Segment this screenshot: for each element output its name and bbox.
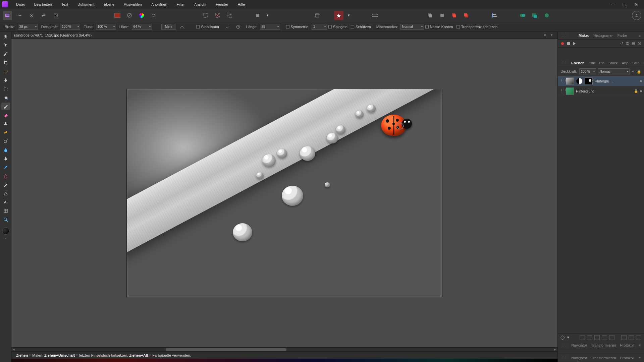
quickmask-dropdown-icon[interactable]: ▾ [265,11,270,20]
erase-tool[interactable] [1,111,10,119]
tab-ebenen[interactable]: Ebenen [571,61,585,65]
wetedges-checkbox[interactable]: Nasse Kanten [425,25,453,29]
sponge-tool[interactable] [1,172,10,180]
protect-checkbox[interactable]: Schützen [351,25,371,29]
length-input[interactable]: 35 [260,24,280,30]
align-icon[interactable] [490,11,499,20]
macro-reset-icon[interactable]: ↺ [620,41,623,46]
menu-ansicht[interactable]: Ansicht [190,0,211,8]
tab-makro[interactable]: Makro [579,34,589,38]
tab-navigator-2[interactable]: Navigator [571,356,587,360]
panel-grip-icon[interactable]: ⋮⋮ [561,356,567,360]
autocorrect-dropdown-icon[interactable]: ▾ [346,11,352,20]
panel-grip-icon[interactable]: ⋮⋮ [561,61,567,65]
stabilizer-checkbox[interactable]: Stabilisator [196,25,219,29]
tab-anp[interactable]: Anp [622,61,629,65]
scroll-left-icon[interactable]: ◂ [13,347,15,352]
pressure-size-icon[interactable] [177,22,187,32]
text-tool[interactable]: A [1,198,10,206]
tab-stock[interactable]: Stock [608,61,618,65]
menu-auswaehlen[interactable]: Auswählen [119,0,147,8]
stop-icon[interactable] [567,42,570,45]
tab-navigator[interactable]: Navigator [571,343,587,347]
menu-text[interactable]: Text [57,0,73,8]
develop-persona-button[interactable] [27,11,36,20]
menu-datei[interactable]: Datei [11,0,30,8]
paintbrush-tool[interactable] [1,103,10,110]
tab-stile[interactable]: Stile [632,61,639,65]
selection-add-icon[interactable] [225,11,234,20]
healing-tool[interactable] [1,129,10,136]
layer-visibility-icon[interactable]: ⋮⋮ [560,79,564,83]
layer-mask-thumbnail[interactable] [585,77,593,85]
more-button[interactable]: Mehr [161,24,176,30]
document-tab-close-icon[interactable]: × [541,33,549,37]
mask-button-icon[interactable]: ◯ [560,335,565,340]
tab-transform-2[interactable]: Transformieren [591,356,616,360]
width-input[interactable]: 28 px [18,24,38,30]
opacity-input[interactable]: 100 % [60,24,80,30]
swap-colors-icon[interactable] [149,11,158,20]
arrange-backward-icon[interactable] [437,11,447,20]
dodge-tool[interactable] [1,137,10,145]
mirror-checkbox[interactable]: Spiegeln [328,25,347,29]
panel-grip-icon[interactable]: ⋮⋮ [561,33,567,38]
foreground-color-swatch[interactable] [113,11,122,20]
export-persona-button[interactable] [51,11,60,20]
hardness-input[interactable]: 64 % [132,24,152,30]
layer-thumbnail[interactable] [566,77,574,85]
arrange-front-icon[interactable] [462,11,471,20]
fill-tool[interactable] [1,94,10,101]
layer-lock-icon[interactable]: 🔒 [637,69,641,74]
live-filter-button[interactable] [594,335,600,340]
intersect-icon[interactable] [542,11,551,20]
panel-menu-icon[interactable]: ≡ [639,356,641,360]
window-minimize-icon[interactable]: — [609,2,617,7]
window-close-icon[interactable]: ✕ [632,2,640,7]
lock-icon[interactable]: 🔒 [634,89,638,93]
group-icon[interactable] [518,11,527,20]
layer-name[interactable]: Hintergrund [576,89,632,93]
pen-tool[interactable] [1,155,10,162]
panel-menu-icon[interactable]: ≡ [639,343,641,347]
mask-dropdown-icon[interactable]: ▾ [567,335,569,340]
tab-transform[interactable]: Transformieren [591,343,616,347]
macro-save-icon[interactable]: ▤ [632,41,635,46]
menu-hilfe[interactable]: Hilfe [233,0,250,8]
scroll-right-icon[interactable]: ▸ [554,347,556,352]
symmetry-input[interactable]: 1 [312,24,327,30]
trash-button[interactable] [636,335,641,340]
crop-tool[interactable] [1,59,10,66]
flow-input[interactable]: 100 % [96,24,116,30]
retouch-tool[interactable] [1,181,10,188]
layer-thumbnail[interactable] [566,87,574,95]
crop-toggle-icon[interactable] [313,11,322,20]
view-tool[interactable] [1,33,10,40]
tab-kan[interactable]: Kan [589,61,595,65]
color-well[interactable] [2,227,9,235]
menu-ebene[interactable]: Ebene [99,0,119,8]
layer-row[interactable]: ⋮⋮ Hintergru… [558,76,644,86]
layer-name[interactable]: Hintergru… [595,79,638,83]
symmetry-checkbox[interactable]: Symmetrie [286,25,309,29]
add-icon[interactable] [530,11,539,20]
layer-fx-icon[interactable]: ✲ [632,69,635,74]
photo-persona-button[interactable] [3,11,12,20]
menu-dokument[interactable]: Dokument [73,0,99,8]
horizontal-scrollbar[interactable]: ◂ ▸ [11,347,557,351]
link-icon[interactable] [370,11,380,20]
document-tab-title[interactable]: raindrops-574971_1920.jpg [Geändert] (64… [14,33,92,37]
canvas[interactable] [127,89,442,297]
autocorrect-icon[interactable] [334,11,343,20]
marquee-tool[interactable] [1,85,10,93]
tab-history[interactable]: Protokoll [620,343,635,347]
shape-tool[interactable] [1,190,10,197]
add-layer-button[interactable] [629,335,634,340]
rope-mode-icon[interactable] [223,22,232,32]
color-none-icon[interactable] [125,11,134,20]
canvas-viewport[interactable] [11,39,557,347]
arrange-forward-icon[interactable] [449,11,459,20]
blur-tool[interactable] [1,146,10,154]
tab-farbe[interactable]: Farbe [618,34,627,38]
group-button[interactable] [621,335,627,340]
